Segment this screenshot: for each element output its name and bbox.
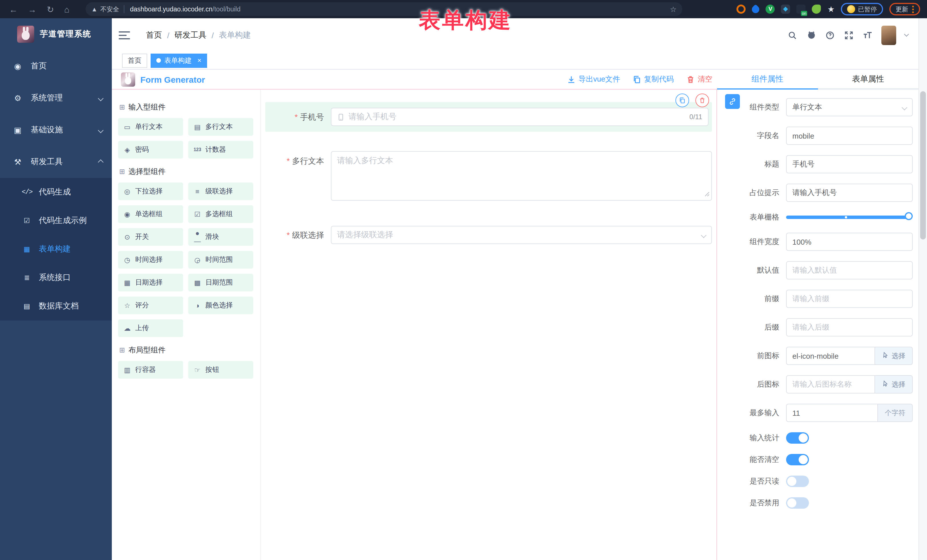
panel-text-input[interactable]: 请输入后缀 (786, 318, 913, 337)
extension-icon[interactable] (751, 4, 761, 15)
scrollbar-thumb[interactable] (920, 91, 926, 240)
palette-item-多行文本[interactable]: ▤多行文本 (188, 118, 253, 136)
font-size-icon[interactable] (863, 30, 873, 40)
select-icon-button[interactable]: 选择 (875, 375, 913, 393)
app-logo-row[interactable]: 芋道管理系统 (0, 18, 112, 50)
sidebar-item-代码生成示例[interactable]: ☑代码生成示例 (0, 206, 112, 235)
sidebar-item-数据库文档[interactable]: ▤数据库文档 (0, 292, 112, 320)
palette-item-开关[interactable]: ⊙开关 (118, 228, 183, 246)
toggle-能否清空[interactable] (786, 454, 809, 465)
max-length-input[interactable]: 11 (786, 404, 878, 422)
panel-text-input[interactable]: 请输入前缀 (786, 290, 913, 308)
palette-item-时间选择[interactable]: ◷时间选择 (118, 251, 183, 269)
palette-item-级联选择[interactable]: ≡级联选择 (188, 182, 253, 200)
palette-item-行容器[interactable]: ▥行容器 (118, 361, 183, 379)
export-vue-button[interactable]: 导出vue文件 (567, 74, 620, 84)
sidebar-item-系统接口[interactable]: ≣系统接口 (0, 264, 112, 292)
form-grid-slider[interactable] (786, 216, 908, 219)
sidebar-item-研发工具[interactable]: ⚒研发工具 (0, 146, 112, 178)
help-icon[interactable] (825, 30, 835, 40)
forward-icon[interactable]: → (28, 5, 36, 14)
breadcrumb-item[interactable]: 研发工具 (175, 30, 207, 40)
palette-item-日期选择[interactable]: ▦日期选择 (118, 274, 183, 291)
copy-code-button[interactable]: 复制代码 (633, 74, 674, 84)
panel-text-input[interactable]: 100% (786, 233, 913, 251)
menu-dots-icon[interactable] (912, 5, 914, 13)
palette-item-label: 开关 (135, 232, 149, 242)
tag-form-build[interactable]: 表单构建 × (150, 53, 207, 68)
panel-text-input[interactable]: 手机号 (786, 155, 913, 173)
bookmark-star-icon[interactable]: ☆ (670, 5, 676, 14)
icon-name-input[interactable]: el-icon-mobile (786, 347, 875, 365)
toggle-是否禁用[interactable] (786, 497, 809, 509)
palette-item-颜色选择[interactable]: ◑颜色选择 (188, 296, 253, 314)
paused-extension-pill[interactable]: 已暂停 (841, 3, 883, 15)
delete-field-button[interactable] (695, 94, 709, 107)
user-avatar[interactable] (881, 25, 896, 45)
extension-icon[interactable]: V (766, 5, 775, 14)
toggle-是否只读[interactable] (786, 476, 809, 487)
security-label[interactable]: 不安全 (100, 5, 119, 14)
extension-icon[interactable]: ★ (827, 5, 834, 14)
link-badge-icon[interactable] (725, 94, 740, 109)
icon-name-input[interactable]: 请输入后图标名称 (786, 375, 875, 393)
textarea-input[interactable]: 请输入多行文本 (331, 151, 712, 201)
breadcrumb-item[interactable]: 首页 (146, 30, 162, 40)
toggle-输入统计[interactable] (786, 432, 809, 444)
sidebar-item-首页[interactable]: ◉首页 (0, 50, 112, 82)
close-tag-icon[interactable]: × (198, 56, 201, 64)
palette-item-时间范围[interactable]: ◶时间范围 (188, 251, 253, 269)
panel-text-input[interactable]: 请输入手机号 (786, 184, 913, 202)
sidebar-item-基础设施[interactable]: ▣基础设施 (0, 114, 112, 146)
hamburger-icon[interactable] (119, 29, 130, 41)
duplicate-field-button[interactable] (675, 94, 689, 107)
palette-item-多选框组[interactable]: ☑多选框组 (188, 205, 253, 223)
palette-item-单选框组[interactable]: ◉单选框组 (118, 205, 183, 223)
update-button[interactable]: 更新 (889, 3, 920, 15)
fullscreen-icon[interactable] (844, 30, 854, 40)
url-path[interactable]: /tool/build (213, 6, 240, 12)
address-bar[interactable]: ▲ 不安全 dashboard.yudao.iocoder.cn /tool/b… (85, 2, 682, 16)
tag-home[interactable]: 首页 (122, 53, 147, 68)
palette-item-上传[interactable]: ☁上传 (118, 319, 183, 337)
palette-item-密码[interactable]: ◈密码 (118, 141, 183, 159)
sidebar-item-表单构建[interactable]: ▦表单构建 (0, 235, 112, 264)
reload-icon[interactable]: ↻ (47, 5, 54, 14)
panel-text-input[interactable]: 请输入默认值 (786, 261, 913, 279)
palette-item-单行文本[interactable]: ▭单行文本 (118, 118, 183, 136)
tab-form-props[interactable]: 表单属性 (818, 70, 918, 88)
panel-text-input[interactable]: mobile (786, 127, 913, 145)
mobile-input[interactable]: 请输入手机号0/11 (331, 108, 708, 126)
select-icon-button[interactable]: 选择 (875, 347, 913, 365)
sidebar-item-代码生成[interactable]: </>代码生成 (0, 178, 112, 206)
home-icon[interactable]: ⌂ (64, 5, 69, 14)
palette-item-计数器[interactable]: 123计数器 (188, 141, 253, 159)
input-icon: ▭ (123, 123, 131, 131)
palette-item-评分[interactable]: ☆评分 (118, 296, 183, 314)
github-icon[interactable] (806, 30, 816, 40)
palette-item-下拉选择[interactable]: ◎下拉选择 (118, 182, 183, 200)
canvas-field-selected[interactable]: 手机号请输入手机号0/11 (265, 102, 712, 132)
sidebar-item-系统管理[interactable]: ⚙系统管理 (0, 82, 112, 114)
canvas-field-row[interactable]: 多行文本请输入多行文本 (265, 151, 712, 201)
extension-icon[interactable] (737, 5, 746, 14)
avatar-caret-icon[interactable] (904, 32, 909, 37)
canvas-field-row[interactable]: 级联选择请选择级联选择 (265, 226, 712, 244)
palette-item-日期范围[interactable]: ▩日期范围 (188, 274, 253, 291)
tab-component-props[interactable]: 组件属性 (717, 70, 818, 88)
clear-button[interactable]: 清空 (686, 74, 713, 84)
back-icon[interactable]: ← (9, 5, 18, 14)
url-host[interactable]: dashboard.yudao.iocoder.cn (130, 6, 213, 12)
palette-item-label: 滑块 (205, 232, 219, 242)
slider-handle[interactable] (905, 212, 913, 220)
search-icon[interactable] (787, 30, 798, 40)
page-scrollbar[interactable] (918, 18, 927, 560)
palette-item-滑块[interactable]: ●—滑块 (188, 228, 253, 246)
extension-icon[interactable] (781, 5, 790, 14)
palette-item-按钮[interactable]: ☞按钮 (188, 361, 253, 379)
component-type-select[interactable]: 单行文本 (786, 98, 913, 116)
resize-handle-icon[interactable] (705, 189, 710, 199)
extension-icon[interactable] (797, 5, 806, 14)
cascader-input[interactable]: 请选择级联选择 (331, 226, 712, 244)
extension-icon[interactable] (812, 5, 821, 14)
